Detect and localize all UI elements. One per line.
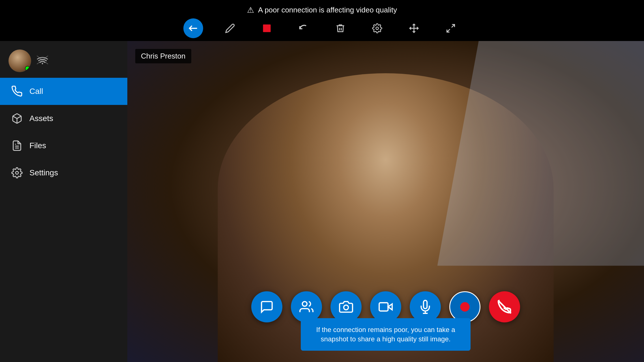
record-button[interactable] [449, 291, 480, 322]
sidebar-item-call-label: Call [29, 87, 43, 96]
delete-button[interactable] [330, 18, 350, 38]
end-call-button[interactable] [489, 291, 520, 322]
avatar-area [0, 41, 127, 78]
svg-point-1 [376, 27, 379, 30]
svg-point-6 [42, 63, 43, 64]
sidebar-item-settings[interactable]: Settings [0, 159, 127, 186]
sidebar: Call Assets Files Settings [0, 41, 127, 362]
svg-rect-0 [263, 25, 271, 32]
move-button[interactable] [404, 18, 424, 38]
warning-text: A poor connection is affecting video qua… [258, 6, 397, 14]
stop-button[interactable] [257, 18, 277, 38]
avatar [8, 49, 31, 72]
undo-button[interactable] [294, 18, 314, 38]
svg-marker-15 [388, 304, 392, 310]
svg-line-4 [452, 25, 455, 28]
toolbar [0, 16, 644, 41]
connection-icon [37, 56, 48, 66]
sidebar-item-settings-label: Settings [29, 168, 58, 177]
svg-line-5 [447, 29, 450, 32]
chat-button[interactable] [251, 291, 282, 322]
sidebar-item-files[interactable]: Files [0, 132, 127, 159]
sidebar-item-assets[interactable]: Assets [0, 105, 127, 132]
participants-button[interactable] [291, 291, 322, 322]
svg-point-13 [302, 301, 307, 306]
tooltip-text: If the connection remains poor, you can … [301, 318, 471, 351]
svg-point-19 [460, 302, 469, 311]
sidebar-item-assets-label: Assets [29, 114, 53, 123]
online-status-dot [25, 66, 30, 71]
svg-point-12 [16, 171, 18, 174]
sidebar-item-call[interactable]: Call [0, 78, 127, 105]
back-button[interactable] [183, 18, 203, 38]
tooltip-container: If the connection remains poor, you can … [127, 318, 644, 351]
expand-button[interactable] [441, 18, 461, 38]
svg-rect-16 [379, 303, 388, 311]
mute-button[interactable] [410, 291, 441, 322]
snapshot-button[interactable] [330, 291, 362, 322]
warning-icon: ⚠ [247, 5, 254, 15]
pen-tool-button[interactable] [220, 18, 240, 38]
svg-point-14 [344, 305, 349, 310]
gear-button[interactable] [367, 18, 387, 38]
participant-name-tag: Chris Preston [135, 49, 191, 63]
sidebar-item-files-label: Files [29, 141, 46, 150]
